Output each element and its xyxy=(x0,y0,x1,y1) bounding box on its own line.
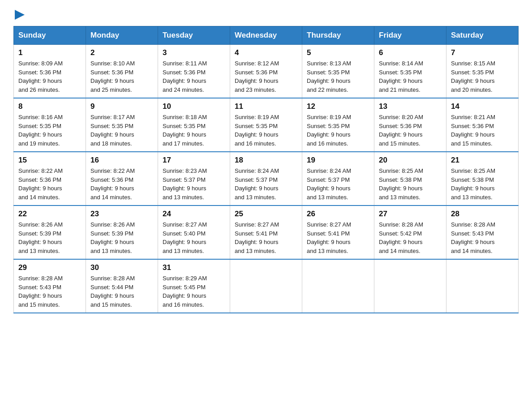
day-number: 4 xyxy=(235,48,297,57)
day-number: 25 xyxy=(235,210,297,218)
day-number: 21 xyxy=(451,156,514,165)
calendar-header: SundayMondayTuesdayWednesdayThursdayFrid… xyxy=(14,26,519,45)
day-number: 31 xyxy=(163,263,225,272)
calendar-cell: 23 Sunrise: 8:26 AMSunset: 5:39 PMDaylig… xyxy=(86,206,158,259)
day-number: 22 xyxy=(18,210,81,218)
day-number: 19 xyxy=(307,156,369,165)
calendar-cell: 22 Sunrise: 8:26 AMSunset: 5:39 PMDaylig… xyxy=(14,206,86,259)
week-row-5: 29 Sunrise: 8:28 AMSunset: 5:43 PMDaylig… xyxy=(14,259,519,313)
calendar-cell: 13 Sunrise: 8:20 AMSunset: 5:36 PMDaylig… xyxy=(374,98,446,152)
calendar-cell: 31 Sunrise: 8:29 AMSunset: 5:45 PMDaylig… xyxy=(158,259,230,313)
week-row-3: 15 Sunrise: 8:22 AMSunset: 5:36 PMDaylig… xyxy=(14,152,519,206)
day-info: Sunrise: 8:22 AMSunset: 5:36 PMDaylight:… xyxy=(90,167,153,201)
day-number: 7 xyxy=(451,48,514,57)
header-wednesday: Wednesday xyxy=(230,26,302,45)
day-number: 27 xyxy=(379,210,442,218)
calendar-cell: 12 Sunrise: 8:19 AMSunset: 5:35 PMDaylig… xyxy=(302,98,374,152)
header-thursday: Thursday xyxy=(302,26,374,45)
header-saturday: Saturday xyxy=(446,26,519,45)
logo xyxy=(13,9,25,17)
day-info: Sunrise: 8:18 AMSunset: 5:35 PMDaylight:… xyxy=(163,113,225,148)
day-info: Sunrise: 8:21 AMSunset: 5:36 PMDaylight:… xyxy=(451,113,514,148)
day-info: Sunrise: 8:12 AMSunset: 5:36 PMDaylight:… xyxy=(235,59,297,94)
calendar-table: SundayMondayTuesdayWednesdayThursdayFrid… xyxy=(13,26,519,313)
calendar-cell: 6 Sunrise: 8:14 AMSunset: 5:35 PMDayligh… xyxy=(374,45,446,98)
header-row: SundayMondayTuesdayWednesdayThursdayFrid… xyxy=(14,26,519,45)
calendar-cell: 29 Sunrise: 8:28 AMSunset: 5:43 PMDaylig… xyxy=(14,259,86,313)
day-info: Sunrise: 8:26 AMSunset: 5:39 PMDaylight:… xyxy=(90,220,153,255)
calendar-cell xyxy=(230,259,302,313)
logo-arrow-icon xyxy=(15,10,25,20)
calendar-cell: 21 Sunrise: 8:25 AMSunset: 5:38 PMDaylig… xyxy=(446,152,519,206)
calendar-cell: 16 Sunrise: 8:22 AMSunset: 5:36 PMDaylig… xyxy=(86,152,158,206)
day-info: Sunrise: 8:25 AMSunset: 5:38 PMDaylight:… xyxy=(451,167,514,201)
calendar-cell: 11 Sunrise: 8:19 AMSunset: 5:35 PMDaylig… xyxy=(230,98,302,152)
calendar-cell: 20 Sunrise: 8:25 AMSunset: 5:38 PMDaylig… xyxy=(374,152,446,206)
day-info: Sunrise: 8:25 AMSunset: 5:38 PMDaylight:… xyxy=(379,167,442,201)
calendar-cell: 14 Sunrise: 8:21 AMSunset: 5:36 PMDaylig… xyxy=(446,98,519,152)
calendar-cell xyxy=(446,259,519,313)
day-info: Sunrise: 8:27 AMSunset: 5:41 PMDaylight:… xyxy=(235,220,297,255)
day-info: Sunrise: 8:26 AMSunset: 5:39 PMDaylight:… xyxy=(18,220,81,255)
header-monday: Monday xyxy=(86,26,158,45)
day-info: Sunrise: 8:28 AMSunset: 5:42 PMDaylight:… xyxy=(379,220,442,255)
day-number: 24 xyxy=(163,210,225,218)
day-number: 6 xyxy=(379,48,442,57)
day-info: Sunrise: 8:23 AMSunset: 5:37 PMDaylight:… xyxy=(163,167,225,201)
calendar-cell: 18 Sunrise: 8:24 AMSunset: 5:37 PMDaylig… xyxy=(230,152,302,206)
day-number: 1 xyxy=(18,48,81,57)
calendar-cell: 17 Sunrise: 8:23 AMSunset: 5:37 PMDaylig… xyxy=(158,152,230,206)
calendar-cell: 28 Sunrise: 8:28 AMSunset: 5:43 PMDaylig… xyxy=(446,206,519,259)
day-number: 9 xyxy=(90,102,153,111)
day-info: Sunrise: 8:29 AMSunset: 5:45 PMDaylight:… xyxy=(163,274,225,309)
day-number: 3 xyxy=(163,48,225,57)
calendar-cell: 30 Sunrise: 8:28 AMSunset: 5:44 PMDaylig… xyxy=(86,259,158,313)
day-info: Sunrise: 8:28 AMSunset: 5:43 PMDaylight:… xyxy=(18,274,81,309)
week-row-1: 1 Sunrise: 8:09 AMSunset: 5:36 PMDayligh… xyxy=(14,45,519,98)
day-info: Sunrise: 8:19 AMSunset: 5:35 PMDaylight:… xyxy=(307,113,369,148)
calendar-cell xyxy=(302,259,374,313)
day-number: 16 xyxy=(90,156,153,165)
week-row-2: 8 Sunrise: 8:16 AMSunset: 5:35 PMDayligh… xyxy=(14,98,519,152)
day-info: Sunrise: 8:10 AMSunset: 5:36 PMDaylight:… xyxy=(90,59,153,94)
header-friday: Friday xyxy=(374,26,446,45)
day-number: 8 xyxy=(18,102,81,111)
day-info: Sunrise: 8:14 AMSunset: 5:35 PMDaylight:… xyxy=(379,59,442,94)
day-number: 11 xyxy=(235,102,297,111)
day-info: Sunrise: 8:28 AMSunset: 5:43 PMDaylight:… xyxy=(451,220,514,255)
calendar-cell: 15 Sunrise: 8:22 AMSunset: 5:36 PMDaylig… xyxy=(14,152,86,206)
calendar-body: 1 Sunrise: 8:09 AMSunset: 5:36 PMDayligh… xyxy=(14,45,519,313)
day-info: Sunrise: 8:15 AMSunset: 5:35 PMDaylight:… xyxy=(451,59,514,94)
day-number: 28 xyxy=(451,210,514,218)
day-info: Sunrise: 8:27 AMSunset: 5:41 PMDaylight:… xyxy=(307,220,369,255)
calendar-cell xyxy=(374,259,446,313)
calendar-cell: 3 Sunrise: 8:11 AMSunset: 5:36 PMDayligh… xyxy=(158,45,230,98)
day-number: 2 xyxy=(90,48,153,57)
logo-block xyxy=(13,9,25,17)
calendar-cell: 2 Sunrise: 8:10 AMSunset: 5:36 PMDayligh… xyxy=(86,45,158,98)
day-info: Sunrise: 8:09 AMSunset: 5:36 PMDaylight:… xyxy=(18,59,81,94)
day-info: Sunrise: 8:20 AMSunset: 5:36 PMDaylight:… xyxy=(379,113,442,148)
svg-marker-0 xyxy=(15,10,25,20)
calendar-cell: 7 Sunrise: 8:15 AMSunset: 5:35 PMDayligh… xyxy=(446,45,519,98)
day-number: 20 xyxy=(379,156,442,165)
day-info: Sunrise: 8:16 AMSunset: 5:35 PMDaylight:… xyxy=(18,113,81,148)
day-info: Sunrise: 8:24 AMSunset: 5:37 PMDaylight:… xyxy=(307,167,369,201)
day-number: 15 xyxy=(18,156,81,165)
day-number: 30 xyxy=(90,263,153,272)
day-info: Sunrise: 8:28 AMSunset: 5:44 PMDaylight:… xyxy=(90,274,153,309)
day-number: 14 xyxy=(451,102,514,111)
day-info: Sunrise: 8:22 AMSunset: 5:36 PMDaylight:… xyxy=(18,167,81,201)
day-info: Sunrise: 8:11 AMSunset: 5:36 PMDaylight:… xyxy=(163,59,225,94)
calendar-cell: 4 Sunrise: 8:12 AMSunset: 5:36 PMDayligh… xyxy=(230,45,302,98)
day-number: 13 xyxy=(379,102,442,111)
day-number: 12 xyxy=(307,102,369,111)
header-sunday: Sunday xyxy=(14,26,86,45)
calendar-cell: 19 Sunrise: 8:24 AMSunset: 5:37 PMDaylig… xyxy=(302,152,374,206)
page-header xyxy=(13,9,519,17)
calendar-cell: 9 Sunrise: 8:17 AMSunset: 5:35 PMDayligh… xyxy=(86,98,158,152)
day-info: Sunrise: 8:17 AMSunset: 5:35 PMDaylight:… xyxy=(90,113,153,148)
week-row-4: 22 Sunrise: 8:26 AMSunset: 5:39 PMDaylig… xyxy=(14,206,519,259)
day-number: 17 xyxy=(163,156,225,165)
header-tuesday: Tuesday xyxy=(158,26,230,45)
